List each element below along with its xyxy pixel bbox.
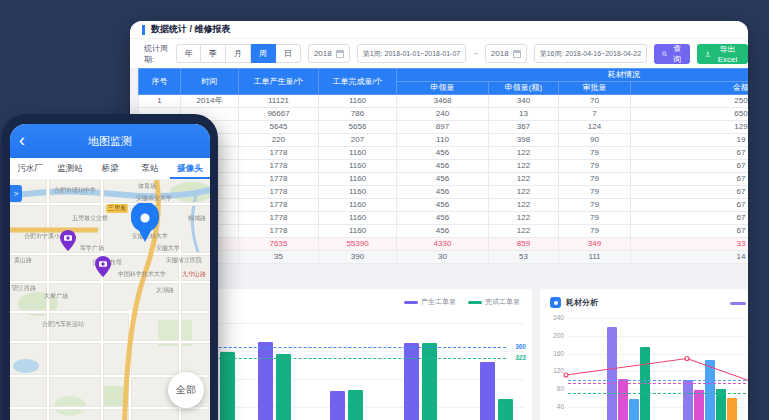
table-cell: 122	[489, 199, 559, 212]
map-label: 三里庵	[106, 204, 128, 213]
table-cell: 398	[489, 134, 559, 147]
breadcrumb: 数据统计 / 维修报表	[151, 23, 231, 36]
reference-line-label: 323	[515, 354, 526, 361]
table-row: 177811604561227967	[139, 212, 749, 225]
table-cell: 650	[631, 108, 749, 121]
table-cell: 79	[559, 225, 631, 238]
map-label: 黄山路	[14, 256, 32, 265]
table-cell: 1778	[239, 199, 319, 212]
export-excel-button[interactable]: 导出Excel	[697, 44, 748, 64]
table-cell: 456	[397, 199, 489, 212]
period-option-季[interactable]: 季	[201, 44, 226, 63]
start-week-range[interactable]: 第1周: 2018-01-01~2018-01-07	[357, 44, 466, 63]
table-cell: 456	[397, 212, 489, 225]
table-row: 177811604561227967	[139, 199, 749, 212]
table-row: 56455656897367124129	[139, 121, 749, 134]
table-cell: 240	[397, 108, 489, 121]
end-year-select[interactable]: 2018	[485, 44, 527, 63]
table-cell: 70	[559, 95, 631, 108]
table-cell: 1778	[239, 212, 319, 225]
tab-泵站[interactable]: 泵站	[130, 158, 170, 179]
phone-page-title: 地图监测	[88, 134, 132, 149]
legend-item-产生工单量[interactable]: 产生工单量	[404, 297, 456, 307]
legend-swatch	[468, 301, 482, 304]
table-cell: 1778	[239, 186, 319, 199]
start-year-select[interactable]: 2018	[308, 44, 350, 63]
map-label: 太湖路	[156, 286, 174, 295]
camera-marker[interactable]	[95, 256, 111, 282]
table-cell: 367	[489, 121, 559, 134]
legend-item-完成工单量[interactable]: 完成工单量	[468, 297, 520, 307]
table-cell: 456	[397, 160, 489, 173]
table-cell: 124	[559, 121, 631, 134]
bar-完成工单量	[276, 354, 291, 420]
average-cell: 53	[489, 251, 559, 264]
table-row: 177811604561227967	[139, 160, 749, 173]
col-header-created: 工单产生量/个	[239, 69, 319, 95]
average-cell: 30	[397, 251, 489, 264]
calendar-icon	[336, 50, 344, 58]
table-cell: 79	[559, 160, 631, 173]
table-cell: 67	[631, 225, 749, 238]
table-cell: 90	[559, 134, 631, 147]
tab-监测站[interactable]: 监测站	[50, 158, 90, 179]
bar-完成工单量	[348, 390, 363, 420]
table-row: 12014年111211160346834070250	[139, 95, 749, 108]
table-cell: 1160	[319, 186, 397, 199]
tab-桥梁[interactable]: 桥梁	[90, 158, 130, 179]
table-cell: 122	[489, 160, 559, 173]
period-option-日[interactable]: 日	[276, 44, 301, 63]
period-option-周[interactable]: 周	[251, 44, 276, 63]
period-segmented-control: 年季月周日	[176, 44, 301, 63]
table-cell: 3468	[397, 95, 489, 108]
table-cell: 1160	[319, 173, 397, 186]
table-cell: 456	[397, 173, 489, 186]
phone-mockup: ‹ 地图监测 污水厂监测站桥梁泵站摄像头	[2, 114, 218, 420]
table-cell: 1160	[319, 147, 397, 160]
table-row: 2202071103989019	[139, 134, 749, 147]
back-icon[interactable]: ‹	[19, 128, 25, 152]
map-label: 体育场	[138, 182, 156, 191]
bar-产生工单量	[330, 391, 345, 420]
table-cell: 67	[631, 160, 749, 173]
query-button[interactable]: 查询	[654, 44, 690, 64]
end-week-range[interactable]: 第16周: 2018-04-16~2018-04-22	[534, 44, 647, 63]
table-cell: 2014年	[181, 95, 239, 108]
table-cell: 456	[397, 225, 489, 238]
tab-摄像头[interactable]: 摄像头	[170, 158, 210, 179]
table-cell: 96667	[239, 108, 319, 121]
export-excel-label: 导出Excel	[715, 44, 740, 64]
table-cell: 122	[489, 173, 559, 186]
table-cell: 67	[631, 212, 749, 225]
period-option-年[interactable]: 年	[176, 44, 201, 63]
table-cell: 1160	[319, 199, 397, 212]
selected-pin-marker[interactable]	[130, 203, 160, 247]
col-header-completed: 工单完成量/个	[319, 69, 397, 95]
total-cell: 4330	[397, 238, 489, 251]
table-cell: 67	[631, 173, 749, 186]
map-view[interactable]: 合肥市琥珀中学体育场安徽农业大学桐城路三里庵五里墩立交桥安徽医科大学合肥市宁溪小…	[10, 180, 210, 420]
table-cell: 79	[559, 173, 631, 186]
table-cell: 1778	[239, 173, 319, 186]
start-year-value: 2018	[314, 49, 332, 58]
table-row: 96667786240137650	[139, 108, 749, 121]
phone-tab-bar: 污水厂监测站桥梁泵站摄像头	[10, 158, 210, 180]
range-separator: ~	[473, 49, 478, 58]
subcol-header-3: 审批量	[559, 82, 631, 95]
show-all-button[interactable]: 全部	[168, 372, 204, 408]
table-cell: 13	[489, 108, 559, 121]
reference-line-label: 360	[515, 343, 526, 350]
table-cell: 1160	[319, 160, 397, 173]
expand-panel-button[interactable]: >	[10, 185, 22, 202]
bar-完成工单量	[220, 352, 235, 420]
col-header-time: 时间	[181, 69, 239, 95]
average-cell: 35	[239, 251, 319, 264]
camera-marker[interactable]	[60, 230, 76, 256]
col-group-consumables: 耗材情况	[397, 69, 749, 82]
bar-完成工单量	[498, 399, 513, 420]
total-cell: 859	[489, 238, 559, 251]
table-row: 177811604561227967	[139, 186, 749, 199]
map-label: 安徽农业大学	[136, 194, 172, 203]
tab-污水厂[interactable]: 污水厂	[10, 158, 50, 179]
period-option-月[interactable]: 月	[226, 44, 251, 63]
